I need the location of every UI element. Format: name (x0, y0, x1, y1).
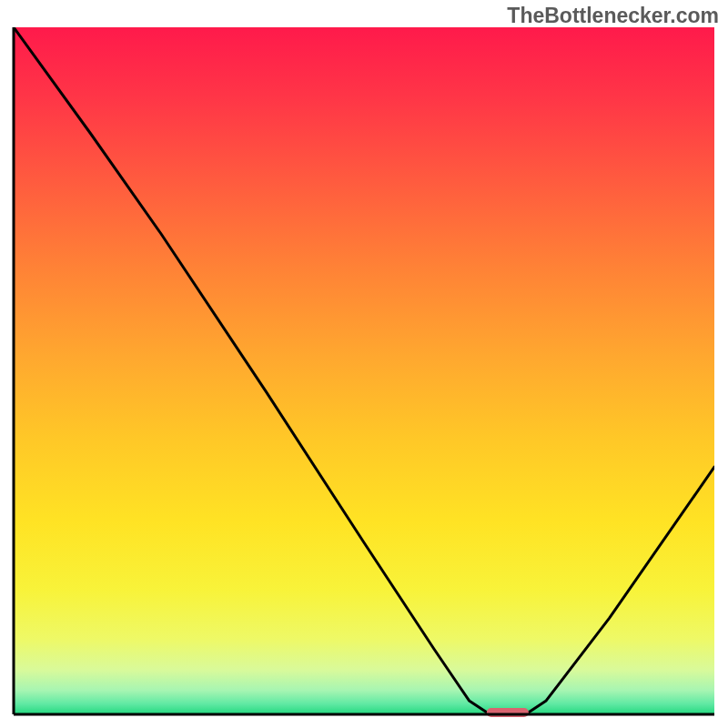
chart-svg (0, 0, 728, 728)
watermark-label: TheBottlenecker.com (507, 4, 719, 28)
gradient-background (14, 27, 714, 714)
bottleneck-chart: TheBottlenecker.com (0, 0, 728, 728)
